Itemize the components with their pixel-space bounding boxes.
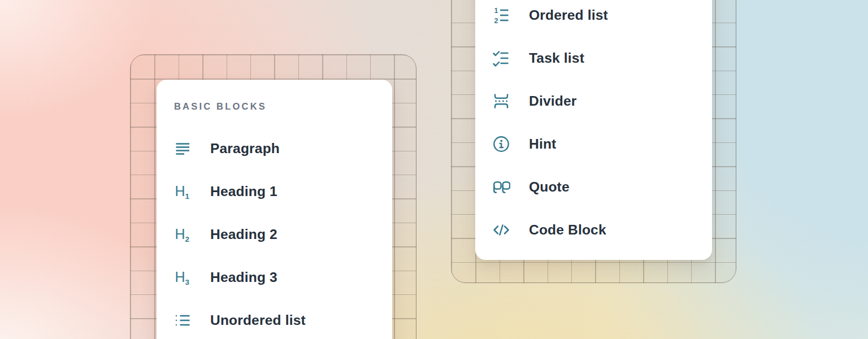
menu-item-divider[interactable]: Divider: [475, 80, 712, 123]
menu-item-quote[interactable]: Quote: [475, 166, 712, 208]
menu-item-label: Divider: [529, 93, 576, 109]
menu-rows: Paragraph H 1 Heading 1 H 2: [157, 127, 392, 339]
menu-item-hint[interactable]: Hint: [475, 123, 712, 166]
menu-item-heading-2[interactable]: H 2 Heading 2: [157, 213, 392, 256]
menu-item-label: Hint: [529, 136, 556, 152]
basic-blocks-menu: BASIC BLOCKS Paragraph H 1: [157, 80, 392, 339]
svg-text:H: H: [175, 226, 185, 242]
quote-icon: [492, 178, 510, 196]
menu-item-label: Paragraph: [210, 141, 280, 157]
menu-item-label: Code Block: [529, 222, 606, 238]
svg-text:1: 1: [494, 7, 498, 15]
menu-item-heading-3[interactable]: H 3 Heading 3: [157, 256, 392, 299]
menu-item-label: Heading 3: [210, 270, 277, 285]
paragraph-icon: [173, 140, 192, 158]
unordered-list-icon: [173, 311, 192, 329]
menu-item-label: Task list: [529, 50, 584, 66]
block-menu-illustration: BASIC BLOCKS Paragraph H 1: [0, 0, 868, 339]
task-list-icon: [492, 49, 510, 67]
menu-item-heading-1[interactable]: H 1 Heading 1: [157, 170, 392, 213]
svg-text:H: H: [175, 183, 185, 199]
menu-item-code-block[interactable]: Code Block: [475, 208, 712, 251]
svg-text:1: 1: [185, 192, 190, 201]
menu-item-label: Heading 1: [210, 184, 277, 199]
menu-item-label: Quote: [529, 179, 570, 195]
divider-icon: [492, 92, 510, 110]
svg-text:3: 3: [185, 278, 190, 286]
heading-3-icon: H 3: [173, 268, 192, 286]
menu-item-label: Heading 2: [210, 227, 277, 242]
blocks-menu-continued: 1 2 Ordered list: [475, 0, 712, 260]
heading-2-icon: H 2: [173, 225, 192, 244]
svg-text:2: 2: [185, 235, 190, 244]
menu-item-label: Ordered list: [529, 7, 608, 23]
heading-1-icon: H 1: [173, 182, 192, 201]
menu-item-label: Unordered list: [210, 312, 306, 328]
section-label: BASIC BLOCKS: [157, 80, 392, 127]
hint-icon: [492, 135, 510, 153]
menu-item-ordered-list[interactable]: 1 2 Ordered list: [475, 0, 712, 37]
menu-rows: 1 2 Ordered list: [475, 0, 712, 251]
svg-text:H: H: [175, 269, 185, 285]
menu-item-task-list[interactable]: Task list: [475, 37, 712, 80]
menu-item-paragraph[interactable]: Paragraph: [157, 127, 392, 170]
code-block-icon: [492, 221, 510, 239]
svg-text:2: 2: [494, 17, 498, 24]
menu-item-unordered-list[interactable]: Unordered list: [157, 299, 392, 339]
ordered-list-icon: 1 2: [492, 6, 510, 24]
